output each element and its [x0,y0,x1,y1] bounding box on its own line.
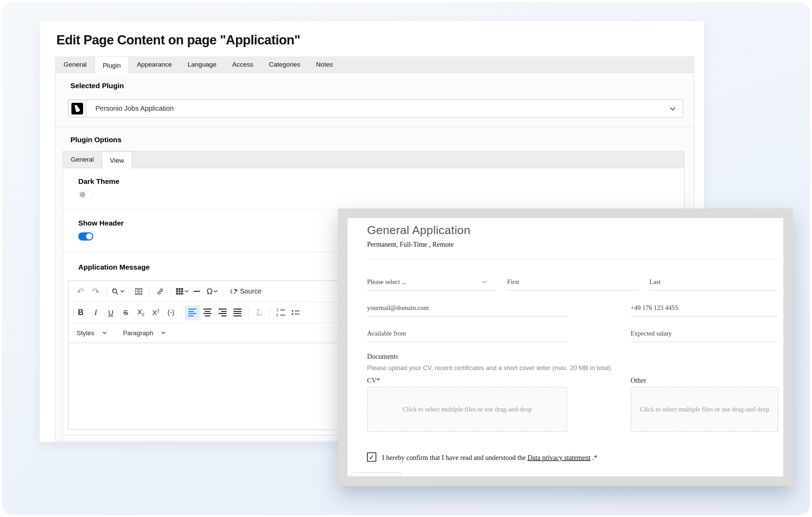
styles-dropdown[interactable]: Styles [73,326,109,341]
superscript-button[interactable]: X2 [148,305,163,320]
toggle-knob [86,233,92,240]
options-tab-general[interactable]: General [63,151,102,168]
submit-button[interactable] [351,472,402,476]
link-button[interactable] [153,284,168,299]
cv-upload-dropzone[interactable]: Click to select multiple files or use dr… [367,387,567,432]
first-name-field[interactable]: First [507,278,638,290]
privacy-text-before: I hereby confirm that I have read and un… [382,454,527,461]
tab-access[interactable]: Access [224,56,261,72]
source-code-icon [229,287,238,296]
show-header-toggle[interactable] [78,232,93,241]
align-left-button[interactable] [185,305,200,320]
select-all-icon [135,288,142,295]
privacy-statement-link[interactable]: Data privacy statement [527,454,590,461]
section-divider [55,127,694,127]
dark-theme-label: Dark Theme [78,177,119,186]
plugin-select-field[interactable]: Personio Jobs Application [86,100,683,117]
last-name-placeholder: Last [649,278,661,285]
first-name-placeholder: First [507,278,519,285]
source-button-label: Source [240,287,261,295]
align-justify-icon [233,309,242,316]
subscript-icon: X2 [137,308,144,317]
cv-dropzone-text: Click to select multiple files or use dr… [403,406,532,413]
soft-hyphen-button[interactable]: (-) [163,305,178,320]
personio-plugin-icon [71,103,83,114]
align-right-button[interactable] [215,305,230,320]
other-label: Other [631,377,779,384]
tab-general[interactable]: General [56,56,95,72]
application-form-preview: General Application Permanent, Full-Time… [338,208,793,486]
align-justify-button[interactable] [230,305,245,320]
last-name-field[interactable]: Last [649,278,779,290]
select-all-button[interactable] [131,284,146,299]
align-right-icon [218,309,227,316]
privacy-text-after: .* [591,454,597,461]
plugin-select-value: Personio Jobs Application [95,105,174,112]
dark-theme-toggle[interactable] [78,191,93,199]
privacy-checkbox[interactable]: ✓ [367,452,376,462]
other-dropzone-text: Click to select multiple files or use dr… [640,406,769,413]
strikethrough-button[interactable]: S [118,305,133,320]
chevron-down-icon [482,279,487,283]
application-form-card: General Application Permanent, Full-Time… [348,218,783,476]
redo-button[interactable]: ↷ [88,284,103,299]
special-character-button[interactable]: Ω [204,284,219,299]
source-button[interactable]: Source [226,284,265,299]
email-field[interactable]: yourmail@domain.com [367,304,567,316]
chevron-down-icon [103,330,106,334]
styles-dropdown-label: Styles [77,329,94,337]
expected-salary-field[interactable]: Expected salary [631,330,779,342]
documents-hint: Please upload your CV, recent certificat… [367,364,612,372]
chevron-down-icon [162,330,165,334]
bulleted-list-button[interactable] [288,305,303,320]
tab-categories[interactable]: Categories [261,56,308,72]
insert-table-button[interactable] [174,284,189,299]
phone-field[interactable]: +49 176 123 4455 [631,304,779,316]
available-from-placeholder: Available from [367,330,406,337]
tab-plugin[interactable]: Plugin [95,56,129,74]
chevron-down-icon [670,105,676,111]
expected-salary-placeholder: Expected salary [631,330,672,337]
paragraph-format-label: Paragraph [123,329,153,337]
tab-appearance[interactable]: Appearance [129,56,179,72]
bulleted-list-icon [292,310,299,315]
horizontal-line-button[interactable] [189,284,204,299]
italic-button[interactable]: I [88,305,103,320]
form-title: General Application [367,223,470,237]
application-message-label: Application Message [78,263,150,271]
salutation-select[interactable]: Please select ... [367,278,496,290]
phone-placeholder: +49 176 123 4455 [631,304,678,311]
table-icon [176,288,184,295]
paragraph-format-dropdown[interactable]: Paragraph [120,326,168,341]
bold-button[interactable]: B [73,305,88,320]
tab-notes[interactable]: Notes [308,56,341,72]
documents-heading: Documents [367,353,398,360]
chevron-down-icon [120,288,124,292]
plugin-icon-box [68,100,86,117]
selected-plugin-heading: Selected Plugin [70,82,124,90]
remove-format-button[interactable]: Tx [252,305,267,320]
underline-button[interactable]: U [103,305,118,320]
align-center-button[interactable] [200,305,215,320]
horizontal-line-icon [194,291,200,292]
chevron-down-icon [214,288,218,292]
numbered-list-button[interactable]: 1 2 [273,305,288,320]
tab-language[interactable]: Language [180,56,225,72]
remove-format-icon: Tx [256,308,262,317]
main-tabbar: General Plugin Appearance Language Acces… [55,56,694,73]
toolbar-separator [128,286,128,297]
undo-button[interactable]: ↶ [73,284,88,299]
subscript-button[interactable]: X2 [133,305,148,320]
toolbar-separator [171,286,171,297]
find-replace-icon [111,287,119,296]
options-tab-view[interactable]: View [102,151,132,169]
email-placeholder: yourmail@domain.com [367,304,429,311]
plugin-select[interactable]: Personio Jobs Application [68,99,683,118]
toolbar-separator [222,286,223,297]
toggle-knob [80,192,85,198]
find-replace-button[interactable] [110,284,125,299]
redo-icon: ↷ [92,286,99,297]
undo-icon: ↶ [77,286,84,297]
available-from-field[interactable]: Available from [367,330,567,342]
other-upload-dropzone[interactable]: Click to select multiple files or use dr… [631,387,779,432]
